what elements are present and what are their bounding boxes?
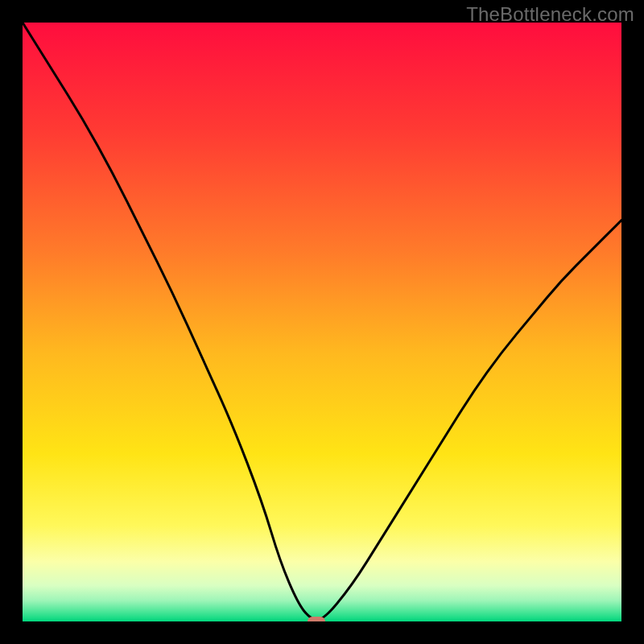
bottleneck-curve	[23, 23, 621, 621]
chart-frame: TheBottleneck.com	[0, 0, 644, 644]
plot-area	[23, 23, 621, 621]
optimum-marker	[308, 617, 325, 621]
